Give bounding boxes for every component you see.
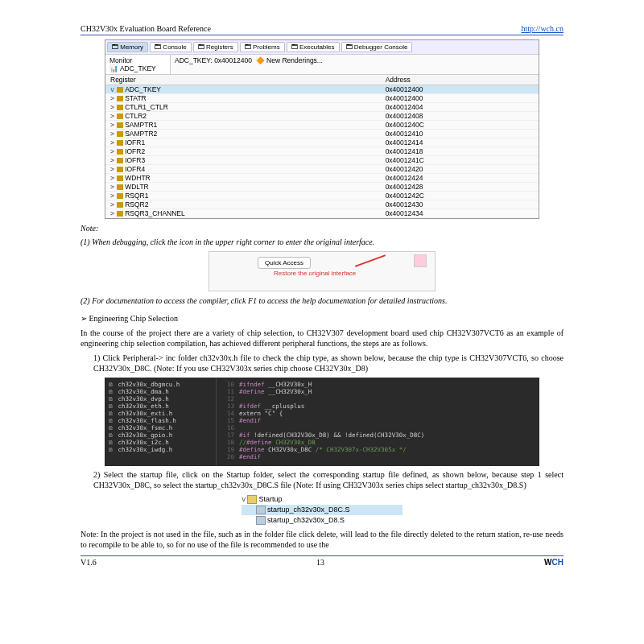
startup-file[interactable]: startup_ch32v30x_D8.S <box>242 515 402 526</box>
doc-url[interactable]: http://wch.cn <box>522 24 564 33</box>
table-row[interactable]: >RSQR20x40012430 <box>105 200 539 209</box>
code-line: 17#if !defined(CH32V30x_D8) && !defined(… <box>220 431 536 439</box>
code-pane: 10#ifndef __CH32V30x_H11#define __CH32V3… <box>217 378 539 466</box>
quick-access-box[interactable]: Quick Access <box>258 257 311 269</box>
list-item[interactable]: 🗎 ch32v30x_flash.h <box>108 417 213 424</box>
startup-file[interactable]: startup_ch32v30x_D8C.S <box>242 505 402 515</box>
table-row[interactable]: >IOFR20x40012418 <box>105 147 539 156</box>
table-row[interactable]: >IOFR10x40012414 <box>105 138 539 147</box>
table-row[interactable]: >SAMPTR10x4001240C <box>105 121 539 130</box>
code-line: 16 <box>220 424 536 431</box>
startup-tree: vStartup startup_ch32v30x_D8C.Sstartup_c… <box>242 494 402 526</box>
table-row[interactable]: >WDHTR0x40012424 <box>105 174 539 183</box>
code-line: 11#define __CH32V30x_H <box>220 388 536 395</box>
brand-logo: WCH <box>544 558 564 567</box>
table-row[interactable]: >RSQR10x4001242C <box>105 192 539 200</box>
code-line: 18//#define CH32V30x_D8 <box>220 439 536 446</box>
tab-registers[interactable]: 🗔 Registers <box>193 42 238 52</box>
table-row[interactable]: >IOFR30x4001241C <box>105 156 539 165</box>
list-item[interactable]: 🗎 ch32v30x_gpio.h <box>108 431 213 439</box>
tab-problems[interactable]: 🗔 Problems <box>240 42 285 52</box>
table-row[interactable]: >WDLTR0x40012428 <box>105 183 539 192</box>
tab-console[interactable]: 🗔 Console <box>150 42 192 52</box>
col-address: Address <box>381 75 539 85</box>
restore-icon[interactable] <box>414 254 427 267</box>
list-item[interactable]: 🗎 ch32v30x_fsmc.h <box>108 424 213 431</box>
memory-view: 🗔 Memory🗔 Console🗔 Registers🗔 Problems🗔 … <box>105 39 539 219</box>
table-row[interactable]: >IOFR40x40012420 <box>105 165 539 174</box>
section-bullet: ➢ Engineering Chip Selection <box>80 313 564 324</box>
code-line: 19#define CH32V30x_D8C /* CH32V307x-CH32… <box>220 446 536 453</box>
code-line: 20#endif <box>220 453 536 460</box>
new-renderings-btn[interactable]: New Renderings... <box>266 56 323 64</box>
list-item[interactable]: 🗎 ch32v30x_dma.h <box>108 388 213 395</box>
restore-caption: Restore the original interface <box>274 270 356 277</box>
startup-folder[interactable]: Startup <box>258 495 282 503</box>
section-intro: In the course of the project there are a… <box>80 328 564 349</box>
monitor-item[interactable]: ADC_TKEY <box>120 64 156 72</box>
note-bottom: Note: In the project is not used in the … <box>80 529 564 551</box>
file-list: 🗎 ch32v30x_dbgmcu.h🗎 ch32v30x_dma.h🗎 ch3… <box>105 378 217 466</box>
doc-title: CH32V30x Evaluation Board Reference <box>80 24 211 33</box>
table-row[interactable]: >RSQR3_CHANNEL0x40012434 <box>105 209 539 218</box>
folder-icon <box>247 495 257 504</box>
code-line: 13#ifdef __cplusplus <box>220 402 536 410</box>
list-item[interactable]: 🗎 ch32v30x_iwdg.h <box>108 446 213 453</box>
note-2: (2) For documentation to access the comp… <box>80 296 564 305</box>
monitor-address: ADC_TKEY: 0x40012400 <box>175 56 252 64</box>
code-editor-figure: 🗎 ch32v30x_dbgmcu.h🗎 ch32v30x_dma.h🗎 ch3… <box>105 378 539 466</box>
tab-bar: 🗔 Memory🗔 Console🗔 Registers🗔 Problems🗔 … <box>105 40 539 55</box>
code-line: 14extern "C" { <box>220 410 536 417</box>
tab-executables[interactable]: 🗔 Executables <box>287 42 340 52</box>
table-row[interactable]: >CTLR1_CTLR0x40012404 <box>105 103 539 112</box>
list-item[interactable]: 🗎 ch32v30x_dbgmcu.h <box>108 381 213 388</box>
quick-access-figure: Quick Access Restore the original interf… <box>208 251 436 291</box>
note-1: (1) When debugging, click the icon in th… <box>80 237 564 246</box>
table-row[interactable]: >SAMPTR20x40012410 <box>105 130 539 138</box>
code-line: 10#ifndef __CH32V30x_H <box>220 381 536 388</box>
list-item[interactable]: 🗎 ch32v30x_eth.h <box>108 402 213 410</box>
list-item[interactable]: 🗎 ch32v30x_exti.h <box>108 410 213 417</box>
monitor-label: Monitor <box>109 56 132 64</box>
list-item[interactable]: 🗎 ch32v30x_i2c.h <box>108 439 213 446</box>
table-row[interactable]: vADC_TKEY0x40012400 <box>105 85 539 94</box>
register-table: RegisterAddress vADC_TKEY0x40012400>STAT… <box>105 75 539 218</box>
page-number: 13 <box>316 558 324 567</box>
list-item[interactable]: 🗎 ch32v30x_dvp.h <box>108 395 213 402</box>
step-1: 1) Click Peripheral-> inc folder ch32v30… <box>93 353 564 374</box>
code-line: 15#endif <box>220 417 536 424</box>
code-line: 12 <box>220 395 536 402</box>
arrow-icon <box>355 254 386 267</box>
note-heading: Note: <box>80 224 564 233</box>
table-row[interactable]: >STATR0x40012400 <box>105 94 539 103</box>
tab-memory[interactable]: 🗔 Memory <box>107 42 148 52</box>
tab-debugger-console[interactable]: 🗔 Debugger Console <box>341 42 413 52</box>
step-2: 2) Select the startup file, click on the… <box>93 469 564 491</box>
col-register: Register <box>105 75 381 85</box>
version: V1.6 <box>80 558 97 567</box>
table-row[interactable]: >CTLR20x40012408 <box>105 112 539 121</box>
